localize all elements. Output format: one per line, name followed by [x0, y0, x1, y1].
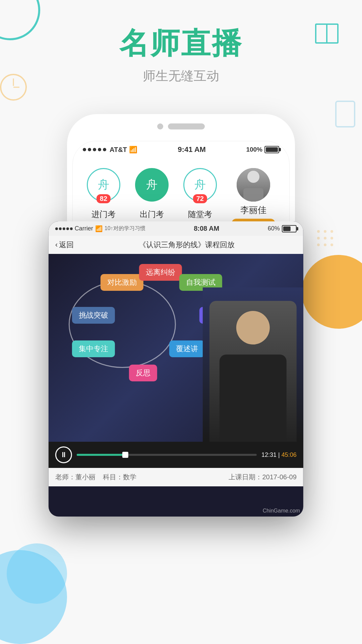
- back-label: 返回: [59, 240, 74, 250]
- phones-container: AT&T 📶 9:41 AM 100% 舟 82: [0, 94, 362, 617]
- wifi-icon-2: 📶: [95, 225, 103, 232]
- teacher-info: 老师：董小丽 科目：数学: [55, 473, 136, 482]
- svg-point-8: [330, 244, 333, 246]
- battery-bar-2: [282, 225, 297, 232]
- marquee-text: 10↑对的学习习惯: [105, 225, 145, 232]
- node-challenge: 挑战突破: [72, 307, 115, 324]
- phone1-notch: [157, 123, 205, 129]
- quiz-item-entry[interactable]: 舟 82 进门考: [87, 168, 120, 220]
- page-title: 名师直播: [0, 23, 362, 63]
- progress-bar[interactable]: [77, 454, 257, 456]
- status-bar-1: AT&T 📶 9:41 AM 100%: [73, 141, 289, 158]
- dots-decoration: [315, 228, 342, 248]
- battery-bar-1: [264, 146, 279, 153]
- svg-point-3: [317, 237, 320, 239]
- watermark: ChinGame.com: [263, 508, 300, 514]
- user-avatar: [237, 168, 270, 202]
- page-subtitle: 师生无缝互动: [0, 67, 362, 85]
- node-contrast: 对比激励: [101, 274, 143, 291]
- time-display-1: 9:41 AM: [178, 145, 206, 154]
- front-camera: [157, 123, 163, 129]
- cylinder-decoration: [335, 101, 355, 127]
- video-content: 对比激励 远离纠纷 自我测试 挑战突破 归纳总结 集中专注 覆述讲 反思: [49, 254, 303, 442]
- progress-fill: [77, 454, 125, 456]
- back-button[interactable]: ‹ 返回: [55, 240, 74, 250]
- wifi-icon: 📶: [129, 146, 137, 154]
- signal-dots: [83, 148, 106, 151]
- battery-status-1: 100%: [246, 146, 279, 153]
- status-bar-2: Carrier 📶 10↑对的学习习惯 8:08 AM 60%: [49, 221, 303, 236]
- video-title: 《认识三角形的线》课程回放: [77, 240, 297, 250]
- quiz-label-class: 随堂考: [188, 209, 212, 220]
- quiz-score-entry: 82: [97, 194, 111, 203]
- time-display-2: 8:08 AM: [194, 225, 219, 232]
- pause-button[interactable]: ⏸: [55, 446, 72, 463]
- phone2-mockup: Carrier 📶 10↑对的学习习惯 8:08 AM 60% ‹ 返回 《认识…: [49, 221, 303, 517]
- carrier-label-2: Carrier: [75, 225, 93, 232]
- quiz-label-entry: 进门考: [92, 209, 116, 220]
- video-nav: ‹ 返回 《认识三角形的线》课程回放: [49, 236, 303, 254]
- video-info: 老师：董小丽 科目：数学 上课日期：2017-06-09: [49, 468, 303, 486]
- progress-thumb: [122, 452, 128, 458]
- signal-dots-2: [55, 227, 73, 230]
- quiz-circle-entry: 舟 82: [87, 168, 120, 202]
- quiz-score-class: 72: [193, 194, 207, 203]
- node-reflect: 反思: [129, 365, 157, 381]
- header: 名师直播 师生无缝互动: [0, 0, 362, 85]
- svg-point-6: [317, 244, 320, 246]
- quiz-label-exit: 出门考: [140, 209, 164, 220]
- node-focus: 集中专注: [72, 340, 115, 357]
- svg-point-2: [330, 230, 333, 233]
- quiz-item-exit[interactable]: 舟 出门考: [135, 168, 169, 220]
- carrier-area-2: Carrier 📶 10↑对的学习习惯: [55, 225, 145, 232]
- quiz-circle-exit: 舟: [135, 168, 169, 202]
- teacher-image: [203, 287, 303, 442]
- svg-point-5: [330, 237, 333, 239]
- svg-point-1: [324, 230, 326, 233]
- node-avoid: 远离纠纷: [139, 264, 182, 281]
- node-review: 覆述讲: [169, 340, 205, 357]
- battery-status-2: 60%: [268, 225, 297, 232]
- speaker: [168, 123, 205, 129]
- svg-point-7: [324, 244, 326, 246]
- svg-point-0: [317, 230, 320, 233]
- video-controls: ⏸ 12:31 | 45:06: [49, 442, 303, 468]
- time-display: 12:31 | 45:06: [261, 451, 297, 459]
- quiz-circle-class: 舟 72: [183, 168, 217, 202]
- date-info: 上课日期：2017-06-09: [229, 473, 296, 482]
- user-name: 李丽佳: [240, 204, 266, 216]
- carrier-label: AT&T: [110, 146, 127, 154]
- svg-point-4: [324, 237, 326, 239]
- quiz-item-class[interactable]: 舟 72 随堂考: [183, 168, 217, 220]
